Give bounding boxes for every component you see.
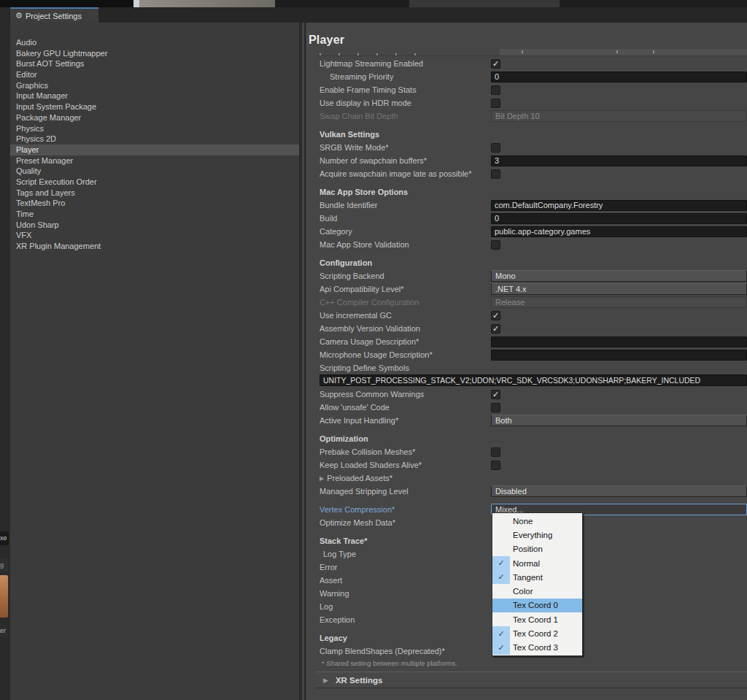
build-input[interactable]: 0 xyxy=(491,213,747,224)
label-category: Category xyxy=(320,227,491,236)
check-gutter xyxy=(492,612,510,626)
label-log: Log xyxy=(320,602,491,611)
sidebar-item-quality[interactable]: Quality xyxy=(10,166,299,177)
sidebar-item-audio[interactable]: Audio xyxy=(10,37,299,48)
sidebar-item-graphics[interactable]: Graphics xyxy=(10,80,299,91)
check-gutter xyxy=(492,528,510,542)
label-number-of-swapchain-buffers: Number of swapchain buffers* xyxy=(320,156,491,165)
tab-label: Project Settings xyxy=(26,12,82,20)
sidebar-item-vfx[interactable]: VFX xyxy=(10,230,299,241)
active-input-handling-dropdown[interactable]: Both xyxy=(491,415,747,426)
dropdown-option-tex-coord-0[interactable]: Tex Coord 0 xyxy=(492,599,582,612)
managed-stripping-level-dropdown[interactable]: Disabled xyxy=(491,485,747,497)
sidebar-item-physics-2d[interactable]: Physics 2D xyxy=(10,134,299,145)
sidebar-item-textmesh-pro[interactable]: TextMesh Pro xyxy=(10,198,299,209)
background-window-fragment: g m xyxy=(0,558,8,572)
option-label-tangent: Tangent xyxy=(510,570,582,584)
label-allow-unsafe-code: Allow 'unsafe' Code xyxy=(320,403,491,412)
control-lightmap-streaming-enabled: ✓ xyxy=(491,59,747,69)
label-api-compatibility-level: Api Compatibility Level* xyxy=(320,285,491,293)
label-acquire-swapchain-image-late-as-possible: Acquire swapchain image late as possible… xyxy=(320,169,491,178)
dropdown-option-none[interactable]: None xyxy=(492,514,582,528)
label-camera-usage-description: Camera Usage Description* xyxy=(320,337,491,346)
control-assembly-version-validation: ✓ xyxy=(491,324,747,334)
tab-project-settings[interactable]: ⚙ Project Settings xyxy=(10,7,98,23)
microphone-usage-description-input[interactable] xyxy=(491,350,747,361)
label-exception: Exception xyxy=(320,615,491,624)
clipped-dropdown-sliver[interactable] xyxy=(500,49,747,56)
enable-frame-timing-stats-checkbox[interactable] xyxy=(491,85,500,95)
sidebar-item-package-manager[interactable]: Package Manager xyxy=(10,112,299,123)
xr-settings-foldout[interactable]: ▶ XR Settings xyxy=(316,672,747,688)
sidebar-item-time[interactable]: Time xyxy=(10,209,299,220)
number-of-swapchain-buffers-input[interactable]: 3 xyxy=(491,155,747,166)
allow-unsafe-code-checkbox[interactable] xyxy=(491,403,500,412)
control-use-display-in-hdr-mode xyxy=(491,99,747,108)
dropdown-option-normal[interactable]: ✓Normal xyxy=(492,556,582,570)
option-label-position: Position xyxy=(510,542,582,556)
prebake-collision-meshes-checkbox[interactable] xyxy=(491,447,500,457)
sidebar-item-input-system-package[interactable]: Input System Package xyxy=(10,101,299,112)
clipped-label-sliver xyxy=(320,53,429,55)
sidebar-item-xr-plugin-management[interactable]: XR Plugin Management xyxy=(10,241,299,252)
dropdown-option-tex-coord-2[interactable]: ✓Tex Coord 2 xyxy=(492,626,582,640)
use-incremental-gc-checkbox[interactable]: ✓ xyxy=(491,311,500,320)
keep-loaded-shaders-alive-checkbox[interactable] xyxy=(491,461,500,470)
label-keep-loaded-shaders-alive: Keep Loaded Shaders Alive* xyxy=(320,461,491,469)
lightmap-streaming-enabled-checkbox[interactable]: ✓ xyxy=(491,59,500,69)
sidebar-item-script-execution-order[interactable]: Script Execution Order xyxy=(10,177,299,188)
scripting-backend-dropdown[interactable]: Mono xyxy=(491,270,747,282)
dropdown-option-tangent[interactable]: ✓Tangent xyxy=(492,570,582,584)
foldout-preloaded-assets[interactable]: ▶Preloaded Assets* xyxy=(320,472,747,485)
label-lightmap-streaming-enabled: Lightmap Streaming Enabled xyxy=(320,59,491,68)
sidebar-item-tags-and-layers[interactable]: Tags and Layers xyxy=(10,188,299,199)
use-display-in-hdr-mode-checkbox[interactable] xyxy=(491,99,500,108)
label-scripting-define-symbols: Scripting Define Symbols xyxy=(320,364,491,372)
sidebar-item-burst-aot-settings[interactable]: Burst AOT Settings xyxy=(10,58,299,69)
dropdown-option-tex-coord-1[interactable]: Tex Coord 1 xyxy=(492,612,582,626)
streaming-priority-input[interactable]: 0 xyxy=(491,72,747,82)
row-suppress-common-warnings: Suppress Common Warnings✓ xyxy=(320,388,747,401)
dropdown-option-tex-coord-3[interactable]: ✓Tex Coord 3 xyxy=(492,641,582,655)
label-prebake-collision-meshes: Prebake Collision Meshes* xyxy=(320,447,491,456)
acquire-swapchain-image-late-as-possible-checkbox[interactable] xyxy=(491,169,500,179)
bundle-identifier-input[interactable]: com.DefaultCompany.Forestry xyxy=(491,200,747,211)
label-managed-stripping-level: Managed Stripping Level xyxy=(320,487,491,496)
row-api-compatibility-level: Api Compatibility Level*.NET 4.x xyxy=(320,282,747,296)
dropdown-option-position[interactable]: Position xyxy=(492,542,582,556)
settings-sidebar: AudioBakery GPU LightmapperBurst AOT Set… xyxy=(10,23,299,700)
api-compatibility-level-dropdown[interactable]: .NET 4.x xyxy=(491,283,747,295)
row-use-incremental-gc: Use incremental GC✓ xyxy=(320,309,747,322)
scripting-define-symbols-input[interactable]: UNITY_POST_PROCESSING_STACK_V2;UDON;VRC_… xyxy=(320,374,747,386)
check-icon: ✓ xyxy=(492,626,510,640)
label-build: Build xyxy=(320,214,491,223)
suppress-common-warnings-checkbox[interactable]: ✓ xyxy=(491,390,500,399)
sidebar-scrollbar[interactable] xyxy=(302,23,304,700)
sidebar-item-bakery-gpu-lightmapper[interactable]: Bakery GPU Lightmapper xyxy=(10,48,299,59)
label-assert: Assert xyxy=(320,576,491,585)
sidebar-item-editor[interactable]: Editor xyxy=(10,69,299,80)
row-microphone-usage-description: Microphone Usage Description* xyxy=(320,348,747,361)
dropdown-option-color[interactable]: Color xyxy=(492,584,582,598)
project-settings-window: ⚙ Project Settings AudioBakery GPU Light… xyxy=(9,7,747,700)
sidebar-item-udon-sharp[interactable]: Udon Sharp xyxy=(10,220,299,231)
category-input[interactable]: public.app-category.games xyxy=(491,226,747,237)
triangle-right-icon: ▶ xyxy=(320,475,324,482)
sidebar-list: AudioBakery GPU LightmapperBurst AOT Set… xyxy=(10,37,299,252)
row-camera-usage-description: Camera Usage Description* xyxy=(320,335,747,348)
assembly-version-validation-checkbox[interactable]: ✓ xyxy=(491,324,500,334)
label-srgb-write-mode: SRGB Write Mode* xyxy=(320,143,491,152)
sidebar-item-input-manager[interactable]: Input Manager xyxy=(10,91,299,101)
label-streaming-priority: Streaming Priority xyxy=(320,72,491,81)
sidebar-item-physics[interactable]: Physics xyxy=(10,123,299,134)
camera-usage-description-input[interactable] xyxy=(491,336,747,347)
control-use-incremental-gc: ✓ xyxy=(491,311,747,320)
mac-app-store-validation-checkbox[interactable] xyxy=(491,240,500,250)
sidebar-divider[interactable] xyxy=(299,23,306,700)
sidebar-item-preset-manager[interactable]: Preset Manager xyxy=(10,155,299,166)
section-header-mac-app-store-options: Mac App Store Options xyxy=(320,188,408,196)
sidebar-item-player[interactable]: Player xyxy=(10,145,299,155)
control-camera-usage-description xyxy=(491,336,747,347)
srgb-write-mode-checkbox[interactable] xyxy=(491,143,500,153)
dropdown-option-everything[interactable]: Everything xyxy=(492,528,582,542)
